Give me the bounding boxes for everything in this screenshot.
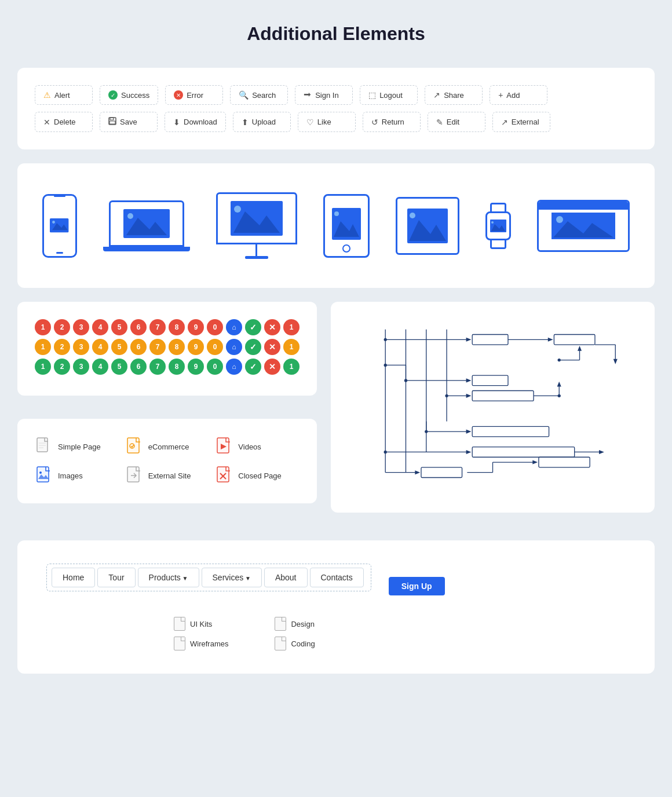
error-label: Error — [187, 91, 203, 100]
tv-screen-image — [552, 213, 615, 247]
nav-services[interactable]: Services — [202, 568, 262, 587]
num-3-green: 3 — [73, 359, 89, 375]
tablet-frame — [323, 194, 370, 258]
design-doc-icon — [275, 617, 286, 631]
wireframes-label: Wireframes — [190, 639, 228, 648]
svg-point-79 — [445, 394, 448, 397]
external-label: External — [512, 118, 539, 126]
success-button[interactable]: ✓ Success — [100, 85, 158, 105]
svg-point-78 — [404, 379, 407, 382]
share-button[interactable]: ↗ Share — [425, 85, 483, 105]
num-1-orange: 1 — [35, 339, 51, 355]
nav-home[interactable]: Home — [52, 568, 95, 587]
add-button[interactable]: + Add — [490, 85, 547, 105]
num-3-orange: 3 — [73, 339, 89, 355]
alert-icon: ⚠ — [43, 90, 51, 100]
num-x-green: ✕ — [264, 359, 280, 375]
dropdown-design[interactable]: Design — [275, 617, 315, 631]
signin-label: Sign In — [315, 91, 338, 100]
simple-page-label: Simple Page — [58, 443, 101, 451]
num-1-green: 1 — [35, 359, 51, 375]
laptop-base — [103, 247, 190, 251]
flowchart-card — [331, 302, 655, 513]
alert-button[interactable]: ⚠ Alert — [35, 85, 93, 105]
edit-button[interactable]: ✎ Edit — [428, 112, 485, 132]
svg-marker-89 — [532, 460, 538, 465]
return-button[interactable]: ↺ Return — [363, 112, 421, 132]
svg-marker-55 — [466, 394, 472, 398]
nav-signup-button[interactable]: Sign Up — [389, 577, 445, 595]
svg-point-14 — [334, 211, 339, 216]
signin-icon: ⮕ — [304, 90, 312, 100]
num-8-green: 8 — [169, 359, 185, 375]
add-icon: + — [498, 90, 503, 100]
videos-icon — [215, 436, 233, 457]
like-icon: ♡ — [306, 118, 314, 127]
external-site-icon — [125, 465, 144, 486]
logout-label: Logout — [379, 91, 403, 100]
num-5-red: 5 — [111, 319, 127, 335]
square-frame — [396, 197, 459, 255]
nav-products[interactable]: Products — [138, 568, 199, 587]
download-icon: ⬇ — [173, 118, 180, 127]
svg-marker-68 — [599, 450, 604, 454]
svg-point-23 — [556, 216, 563, 223]
svg-point-34 — [39, 471, 42, 474]
num-1-red: 1 — [35, 319, 51, 335]
num-5-green: 5 — [111, 359, 127, 375]
delete-button[interactable]: ✕ Delete — [35, 112, 93, 132]
laptop-device — [103, 200, 190, 251]
like-button[interactable]: ♡ Like — [298, 112, 356, 132]
return-icon: ↺ — [371, 118, 378, 127]
nav-contacts[interactable]: Contacts — [310, 568, 364, 587]
signin-button[interactable]: ⮕ Sign In — [295, 85, 353, 105]
num-0-red: 0 — [207, 319, 223, 335]
nav-left: Home Tour Products Services About Contac… — [46, 564, 626, 650]
num-8-orange: 8 — [169, 339, 185, 355]
svg-rect-66 — [472, 447, 574, 458]
logout-button[interactable]: ⬚ Logout — [360, 85, 418, 105]
file-external: External Site — [125, 465, 210, 486]
external-button[interactable]: ↗ External — [492, 112, 550, 132]
page-title: Additional Elements — [17, 23, 655, 45]
phone-screen-image — [50, 207, 68, 243]
nav-wrapper: Home Tour Products Services About Contac… — [46, 564, 626, 650]
num-9-orange: 9 — [188, 339, 204, 355]
bottom-left-column: 1 2 3 4 5 6 7 8 9 0 ⌂ ✓ ✕ 1 1 — [17, 302, 317, 527]
num-1b-green: 1 — [283, 359, 300, 375]
num-1b-orange: 1 — [283, 339, 300, 355]
error-button[interactable]: ✕ Error — [165, 85, 223, 105]
add-label: Add — [506, 91, 520, 100]
dropdown-wireframes[interactable]: Wireframes — [174, 637, 228, 650]
svg-rect-2 — [109, 121, 115, 124]
num-0-green: 0 — [207, 359, 223, 375]
num-8-red: 8 — [169, 319, 185, 335]
dropdown-ui-kits[interactable]: UI Kits — [174, 617, 228, 631]
svg-point-76 — [384, 364, 387, 367]
svg-marker-44 — [466, 338, 472, 342]
flowchart-diagram — [348, 319, 637, 493]
num-9-red: 9 — [188, 319, 204, 335]
action-row-2: ✕ Delete Save ⬇ Download ⬆ Uplo — [35, 112, 637, 132]
watch-strap-bottom — [490, 240, 506, 249]
devices-card — [17, 163, 655, 288]
search-button[interactable]: 🔍 Search — [230, 85, 288, 105]
coding-label: Coding — [291, 639, 315, 648]
svg-rect-48 — [554, 334, 595, 345]
ecommerce-label: eCommerce — [148, 443, 189, 451]
edit-label: Edit — [447, 118, 459, 126]
num-3-red: 3 — [73, 319, 89, 335]
nav-about[interactable]: About — [264, 568, 308, 587]
tablet-screen-image — [332, 207, 361, 244]
nav-tour[interactable]: Tour — [97, 568, 135, 587]
num-x-red: ✕ — [264, 319, 280, 335]
dropdown-coding[interactable]: Coding — [275, 637, 315, 650]
download-button[interactable]: ⬇ Download — [165, 112, 226, 132]
save-button[interactable]: Save — [100, 112, 158, 132]
videos-label: Videos — [238, 443, 261, 451]
svg-marker-84 — [415, 470, 420, 474]
ui-kits-label: UI Kits — [190, 620, 212, 628]
upload-button[interactable]: ⬆ Upload — [233, 112, 291, 132]
wireframes-doc-icon — [174, 637, 185, 650]
svg-point-5 — [52, 221, 55, 224]
